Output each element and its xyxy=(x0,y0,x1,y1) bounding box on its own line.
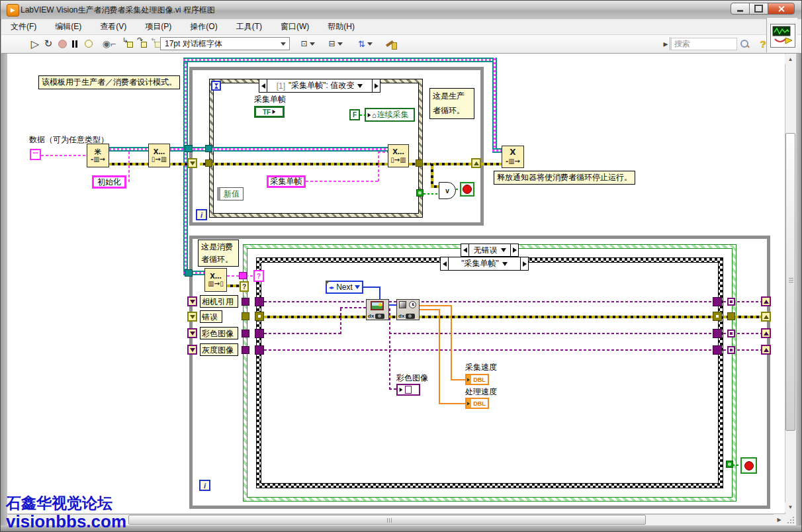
camera-ref-label[interactable]: 相机引用 xyxy=(200,295,238,308)
proc-speed-label[interactable]: 处理速度 xyxy=(465,386,497,398)
camera-ref-tunnel-case-right[interactable] xyxy=(713,297,722,306)
acquire-frame-local[interactable]: 采集单帧 xyxy=(267,175,306,188)
gray-image-tunnel-case[interactable] xyxy=(255,345,264,355)
color-image-tunnel-green-right[interactable] xyxy=(727,330,735,337)
color-image-label-left[interactable]: 彩色图像 xyxy=(200,327,238,339)
error-tunnel-green-right[interactable] xyxy=(727,312,735,320)
title-bar[interactable]: ▶ LabVIEW Vision生产者消费者采集处理图像.vi 程序框图 xyxy=(1,1,802,20)
color-image-tunnel-green[interactable] xyxy=(242,330,249,337)
color-image-indicator[interactable] xyxy=(396,384,420,396)
vi-icon[interactable] xyxy=(770,24,795,48)
menu-file[interactable]: 文件(F) xyxy=(11,21,36,32)
event-selector-prev-icon[interactable] xyxy=(259,79,267,92)
enum-dropdown-icon[interactable] xyxy=(355,285,360,289)
pause-icon[interactable] xyxy=(69,37,80,50)
color-image-shift-register-right[interactable] xyxy=(761,328,771,338)
tunnel-error-event-right[interactable] xyxy=(416,159,423,167)
gray-image-tunnel-green[interactable] xyxy=(242,346,249,354)
acq-speed-label[interactable]: 采集速度 xyxy=(465,362,497,373)
producer-note[interactable]: 这是生产者循环。 xyxy=(429,88,474,119)
producer-stop-terminal[interactable] xyxy=(460,182,474,197)
send-notification-node-2[interactable]: Ⅹ… ▯→▥ xyxy=(388,144,409,167)
step-over-icon[interactable]: ↷ xyxy=(136,37,148,50)
consumer-note[interactable]: 这是消费者循环。 xyxy=(198,240,239,267)
error-tunnel-green[interactable] xyxy=(242,312,249,320)
event-selector-dropdown-icon[interactable] xyxy=(357,84,363,88)
send-notification-node[interactable]: Ⅹ… ▯→▥ xyxy=(148,144,170,167)
color-image-tunnel-case-right[interactable] xyxy=(713,329,722,338)
distribute-objects-icon[interactable]: ⊟ xyxy=(326,37,345,50)
gray-image-shift-register-right[interactable] xyxy=(761,345,771,355)
camera-ref-tunnel-green-right[interactable] xyxy=(727,298,735,306)
font-selector[interactable]: 17pt 对话框字体 xyxy=(160,37,290,50)
error-case-dropdown-icon[interactable] xyxy=(501,248,506,252)
step-into-icon[interactable]: ↳ xyxy=(122,37,134,50)
error-shift-register-right[interactable] xyxy=(761,312,771,322)
proc-speed-indicator[interactable]: DBL xyxy=(465,398,489,409)
menu-view[interactable]: 查看(V) xyxy=(100,21,126,32)
camera-ref-shift-register-right[interactable] xyxy=(761,296,771,306)
camera-ref-tunnel-green[interactable] xyxy=(242,298,249,306)
enum-constant[interactable]: ◂▸ Next xyxy=(326,281,363,294)
vertical-scrollbar-thumb[interactable] xyxy=(785,133,795,431)
scroll-right-button[interactable]: ▶ xyxy=(774,514,785,525)
menu-window[interactable]: 窗口(W) xyxy=(281,21,309,32)
gray-image-tunnel-case-right[interactable] xyxy=(713,345,722,355)
color-image-shift-register-left[interactable] xyxy=(187,328,197,338)
error-case-selector-terminal[interactable]: ? xyxy=(240,281,249,292)
search-input[interactable]: 搜索 xyxy=(671,38,737,50)
tunnel-notifier-consumer[interactable] xyxy=(185,269,193,277)
menu-help[interactable]: 帮助(H) xyxy=(328,21,355,32)
tunnel-error-event-left[interactable] xyxy=(205,159,212,167)
abort-icon[interactable] xyxy=(57,37,67,50)
obtain-notifier-node[interactable]: 米 -▥→ xyxy=(87,144,109,167)
retain-wire-values-icon[interactable]: ◉⌐ xyxy=(102,37,116,50)
release-note[interactable]: 释放通知器将使消费者循环停止运行。 xyxy=(494,171,635,185)
camera-ref-tunnel-case[interactable] xyxy=(255,297,264,306)
boolean-terminal[interactable]: TF xyxy=(254,106,285,118)
boolean-terminal-label[interactable]: 采集单帧 xyxy=(254,94,286,105)
error-case-selector[interactable]: 无错误 xyxy=(461,244,519,257)
consumer-stop-terminal[interactable] xyxy=(740,457,757,474)
consumer-iteration-terminal[interactable]: i xyxy=(199,480,210,491)
tunnel-notification-data[interactable] xyxy=(239,272,247,279)
init-label[interactable]: 初始化 xyxy=(92,175,126,189)
string-case-prev-icon[interactable] xyxy=(441,257,449,270)
scrollbar-corner-resize[interactable] xyxy=(785,514,796,525)
run-button-icon[interactable]: ▷ xyxy=(29,37,41,50)
maximize-button[interactable] xyxy=(749,3,768,15)
tunnel-notifier-left[interactable] xyxy=(185,145,193,152)
false-constant[interactable]: F xyxy=(349,109,360,120)
gray-image-label-left[interactable]: 灰度图像 xyxy=(200,343,238,356)
highlight-execution-icon[interactable] xyxy=(83,37,94,50)
close-button[interactable] xyxy=(768,3,795,15)
reorder-objects-icon[interactable]: ⇅ xyxy=(355,37,375,50)
string-constant[interactable]: "" xyxy=(30,149,41,160)
template-note[interactable]: 该模板用于生产者／消费者设计模式。 xyxy=(38,75,180,89)
stop-tunnel[interactable] xyxy=(726,461,733,468)
color-image-tunnel-case[interactable] xyxy=(255,329,264,338)
tunnel-notifier-event[interactable] xyxy=(205,145,212,152)
shift-register-right[interactable] xyxy=(471,158,481,168)
menu-tools[interactable]: 工具(T) xyxy=(236,21,262,32)
gray-image-shift-register-left[interactable] xyxy=(187,345,197,355)
run-continuous-icon[interactable]: ↻ xyxy=(42,37,54,50)
cleanup-diagram-icon[interactable] xyxy=(384,37,398,50)
block-diagram-canvas[interactable]: 该模板用于生产者／消费者设计模式。 数据（可为任意类型） "" 米 -▥→ Ⅹ…… xyxy=(7,54,785,513)
event-timeout-icon[interactable] xyxy=(211,81,221,91)
error-shift-register-left[interactable] xyxy=(187,312,197,322)
menu-project[interactable]: 项目(P) xyxy=(145,21,171,32)
event-selector-next-icon[interactable] xyxy=(372,79,380,92)
gray-image-tunnel-green-right[interactable] xyxy=(727,346,735,354)
string-case-dropdown-icon[interactable] xyxy=(502,262,508,266)
scroll-up-button[interactable]: ▲ xyxy=(785,54,796,64)
minimize-button[interactable] xyxy=(731,3,750,15)
string-case-next-icon[interactable] xyxy=(520,257,528,270)
string-case-selector-terminal[interactable]: ? xyxy=(253,270,264,282)
color-image-indicator-label[interactable]: 彩色图像 xyxy=(396,373,428,384)
error-label[interactable]: 错误 xyxy=(200,310,222,323)
error-case-prev-icon[interactable] xyxy=(461,244,469,256)
shift-register-left[interactable] xyxy=(187,158,197,168)
imaqdx-process-timing-node[interactable]: dx xyxy=(396,299,420,320)
acq-speed-indicator[interactable]: DBL xyxy=(465,374,489,385)
